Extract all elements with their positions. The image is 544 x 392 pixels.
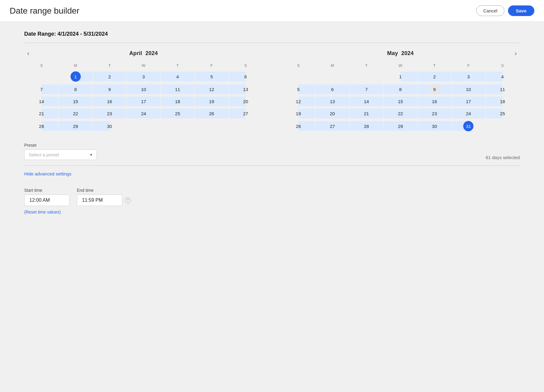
table-row[interactable]: 29: [384, 120, 417, 132]
left-cal-header: ‹ April 2024: [24, 50, 263, 57]
table-row[interactable]: 15: [59, 96, 92, 107]
table-row[interactable]: 10: [127, 83, 160, 95]
page-title: Date range builder: [10, 6, 79, 16]
table-row[interactable]: 30: [418, 120, 451, 132]
table-row[interactable]: 9: [418, 83, 451, 95]
table-row[interactable]: 11: [486, 83, 519, 95]
table-row[interactable]: 28: [350, 120, 383, 132]
info-icon[interactable]: ?: [125, 197, 131, 203]
table-row[interactable]: 4: [486, 70, 519, 83]
table-row[interactable]: 25: [486, 108, 519, 119]
table-row[interactable]: 8: [59, 83, 92, 95]
main-content: Date Range: 4/1/2024 - 5/31/2024 ‹ April…: [0, 22, 544, 392]
table-row[interactable]: 19: [195, 96, 228, 107]
table-row[interactable]: 3: [127, 70, 160, 83]
table-row[interactable]: 5: [195, 70, 228, 83]
right-day-header-s: S: [282, 61, 315, 70]
end-time-field: End time ?: [77, 188, 131, 206]
table-row[interactable]: 8: [384, 83, 417, 95]
chevron-down-icon: ▾: [90, 152, 92, 157]
table-row[interactable]: 1: [59, 70, 92, 83]
table-row[interactable]: 16: [93, 96, 126, 107]
right-day-header-s2: S: [486, 61, 519, 70]
table-row[interactable]: 7: [25, 83, 58, 95]
table-row[interactable]: 2: [418, 70, 451, 83]
left-calendar: ‹ April 2024 S M T W T F S: [24, 50, 263, 133]
table-row[interactable]: 17: [452, 96, 485, 107]
table-row[interactable]: 9: [93, 83, 126, 95]
table-row[interactable]: 18: [161, 96, 194, 107]
table-row[interactable]: 24: [127, 108, 160, 119]
table-row[interactable]: 3: [452, 70, 485, 83]
table-row[interactable]: 18: [486, 96, 519, 107]
left-cal-table: S M T W T F S 1: [24, 61, 263, 133]
table-row[interactable]: 14: [350, 96, 383, 107]
next-month-button[interactable]: ›: [512, 49, 520, 58]
table-row[interactable]: 4: [161, 70, 194, 83]
left-day-header-t2: T: [161, 61, 194, 70]
table-row[interactable]: 30: [93, 120, 126, 132]
preset-dropdown[interactable]: Select a preset ▾: [24, 149, 97, 160]
left-day-header-t: T: [93, 61, 126, 70]
table-row[interactable]: 11: [161, 83, 194, 95]
table-row[interactable]: 22: [59, 108, 92, 119]
prev-month-button[interactable]: ‹: [24, 49, 32, 58]
left-month-year: April 2024: [129, 50, 158, 57]
table-row[interactable]: 12: [195, 83, 228, 95]
table-row[interactable]: 20: [229, 96, 262, 107]
left-day-header-s2: S: [229, 61, 262, 70]
preset-section: Preset Select a preset ▾ 61 days selecte…: [24, 143, 520, 160]
right-day-header-f: F: [452, 61, 485, 70]
table-row[interactable]: 10: [452, 83, 485, 95]
start-time-input[interactable]: [24, 194, 70, 206]
table-row[interactable]: 27: [229, 108, 262, 119]
right-day-header-m: M: [316, 61, 349, 70]
table-row[interactable]: 6: [316, 83, 349, 95]
table-row[interactable]: 23: [418, 108, 451, 119]
preset-label: Preset: [24, 143, 97, 148]
left-day-header-w: W: [127, 61, 160, 70]
end-time-label: End time: [77, 188, 131, 193]
table-row[interactable]: 29: [59, 120, 92, 132]
cancel-button[interactable]: Cancel: [476, 5, 504, 16]
save-button[interactable]: Save: [508, 5, 534, 16]
right-day-header-w: W: [384, 61, 417, 70]
table-row: [25, 70, 58, 83]
table-row[interactable]: 26: [282, 120, 315, 132]
table-row[interactable]: 21: [350, 108, 383, 119]
table-row[interactable]: 1: [384, 70, 417, 83]
table-row[interactable]: 26: [195, 108, 228, 119]
table-row[interactable]: 17: [127, 96, 160, 107]
start-time-input-row: [24, 194, 70, 206]
table-row: [229, 120, 262, 132]
table-row[interactable]: 13: [229, 83, 262, 95]
table-row: [316, 70, 349, 83]
table-row[interactable]: 15: [384, 96, 417, 107]
table-row[interactable]: 14: [25, 96, 58, 107]
table-row[interactable]: 13: [316, 96, 349, 107]
table-row[interactable]: 28: [25, 120, 58, 132]
table-row[interactable]: 31: [452, 120, 485, 132]
table-row[interactable]: 5: [282, 83, 315, 95]
hide-advanced-link[interactable]: Hide advanced settings: [24, 171, 71, 176]
header-actions: Cancel Save: [476, 5, 534, 16]
table-row[interactable]: 25: [161, 108, 194, 119]
table-row[interactable]: 21: [25, 108, 58, 119]
reset-time-link[interactable]: (Reset time values): [24, 210, 61, 214]
table-row[interactable]: 24: [452, 108, 485, 119]
right-month-year: May 2024: [387, 50, 414, 57]
table-row[interactable]: 22: [384, 108, 417, 119]
table-row[interactable]: 2: [93, 70, 126, 83]
table-row[interactable]: 19: [282, 108, 315, 119]
table-row[interactable]: 23: [93, 108, 126, 119]
table-row[interactable]: 6: [229, 70, 262, 83]
table-row[interactable]: 12: [282, 96, 315, 107]
table-row[interactable]: 20: [316, 108, 349, 119]
left-day-header-s: S: [25, 61, 58, 70]
end-time-input[interactable]: [77, 194, 122, 206]
table-row[interactable]: 27: [316, 120, 349, 132]
table-row[interactable]: 7: [350, 83, 383, 95]
table-row[interactable]: 16: [418, 96, 451, 107]
calendars-container: ‹ April 2024 S M T W T F S: [24, 50, 520, 133]
table-row: [161, 120, 194, 132]
